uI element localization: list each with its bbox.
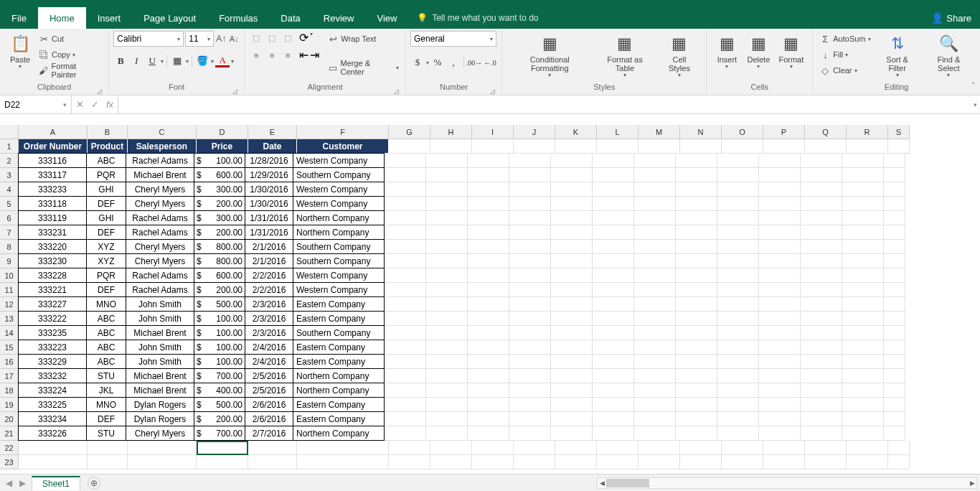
cell-C16[interactable]: John Smith [126, 354, 194, 369]
cell-E3[interactable]: 1/29/2016 [245, 167, 293, 182]
horizontal-scrollbar[interactable]: ◀ ▶ [597, 477, 977, 489]
cell-N12[interactable] [676, 297, 717, 312]
cell-B11[interactable]: DEF [86, 282, 126, 297]
cell-J19[interactable] [509, 398, 551, 412]
cell-Q19[interactable] [801, 398, 842, 412]
col-header-N[interactable]: N [680, 125, 722, 139]
cell-A2[interactable]: 333116 [18, 153, 87, 168]
row-header-9[interactable]: 9 [0, 254, 19, 268]
cell-C14[interactable]: Michael Brent [126, 325, 194, 340]
cell-P18[interactable] [759, 383, 801, 398]
cell-H14[interactable] [426, 326, 468, 340]
cell-L17[interactable] [593, 369, 634, 383]
cell-G5[interactable] [385, 197, 426, 211]
cell-A4[interactable]: 333233 [18, 182, 87, 197]
col-header-Q[interactable]: Q [805, 125, 847, 139]
cell-A10[interactable]: 333228 [18, 268, 87, 283]
cell-N5[interactable] [676, 197, 717, 211]
cell-D10[interactable]: $600.00 [194, 268, 245, 283]
cell-Q18[interactable] [801, 383, 842, 398]
cell-L11[interactable] [593, 283, 634, 297]
col-header-D[interactable]: D [197, 125, 248, 139]
cell-H7[interactable] [426, 225, 468, 240]
cell-M20[interactable] [634, 412, 676, 426]
cell-H5[interactable] [426, 197, 468, 211]
cell-K10[interactable] [551, 268, 593, 283]
cell-J22[interactable] [514, 441, 555, 455]
cell-S20[interactable] [884, 412, 905, 426]
cell-P11[interactable] [759, 283, 801, 297]
tab-insert[interactable]: Insert [86, 7, 133, 29]
cell-G12[interactable] [385, 297, 426, 312]
cell-E14[interactable]: 2/3/2016 [245, 325, 293, 340]
cell-E19[interactable]: 2/6/2016 [245, 397, 293, 412]
cell-S8[interactable] [884, 240, 905, 254]
cell-O10[interactable] [717, 268, 759, 283]
cell-C12[interactable]: John Smith [126, 296, 194, 312]
cell-D18[interactable]: $400.00 [194, 383, 245, 398]
cell-Q17[interactable] [801, 369, 842, 383]
cell-O22[interactable] [722, 441, 763, 455]
share-button[interactable]: 👤Share [931, 7, 971, 29]
cell-G2[interactable] [385, 154, 426, 168]
cell-F13[interactable]: Eastern Company [293, 311, 385, 326]
cell-Q15[interactable] [801, 340, 842, 355]
fill-color-button[interactable]: 🪣 [195, 54, 209, 68]
cell-J6[interactable] [509, 211, 551, 225]
cell-R3[interactable] [842, 168, 884, 182]
cell-C7[interactable]: Rachel Adams [126, 225, 194, 240]
cell-B21[interactable]: STU [86, 426, 126, 441]
cell-A6[interactable]: 333119 [18, 210, 87, 225]
new-sheet-button[interactable]: ⊕ [88, 477, 100, 490]
cell-H1[interactable] [430, 139, 472, 154]
cell-A13[interactable]: 333222 [18, 311, 87, 326]
cell-D11[interactable]: $200.00 [194, 282, 245, 297]
cell-R1[interactable] [847, 139, 888, 154]
cell-J17[interactable] [509, 369, 551, 383]
cell-O18[interactable] [717, 383, 759, 398]
number-format-combo[interactable]: General▾ [410, 31, 496, 47]
cell-R11[interactable] [842, 283, 884, 297]
cell-P16[interactable] [759, 355, 801, 369]
cell-B20[interactable]: DEF [86, 411, 126, 426]
next-sheet-icon[interactable]: ▶ [19, 478, 26, 488]
cell-H17[interactable] [426, 369, 468, 383]
cell-K2[interactable] [551, 154, 593, 168]
cell-K3[interactable] [551, 168, 593, 182]
cell-L2[interactable] [593, 154, 634, 168]
cell-I14[interactable] [468, 326, 509, 340]
tab-file[interactable]: File [0, 7, 38, 29]
cell-O11[interactable] [717, 283, 759, 297]
row-header-15[interactable]: 15 [0, 340, 19, 355]
col-header-M[interactable]: M [639, 125, 680, 139]
cell-M23[interactable] [639, 455, 680, 469]
cell-N22[interactable] [680, 441, 722, 455]
cell-R20[interactable] [842, 412, 884, 426]
cell-F4[interactable]: Western Company [293, 182, 385, 197]
cell-J7[interactable] [509, 225, 551, 240]
prev-sheet-icon[interactable]: ◀ [6, 478, 12, 488]
cell-R18[interactable] [842, 383, 884, 398]
cell-N21[interactable] [676, 426, 717, 441]
cell-L5[interactable] [593, 197, 634, 211]
cell-G9[interactable] [385, 254, 426, 268]
font-name-combo[interactable]: Calibri▾ [113, 31, 184, 47]
cell-N10[interactable] [676, 268, 717, 283]
cell-K19[interactable] [551, 398, 593, 412]
cell-N13[interactable] [676, 312, 717, 326]
align-left-icon[interactable]: ≡ [249, 48, 263, 62]
cell-Q3[interactable] [801, 168, 842, 182]
cell-M2[interactable] [634, 154, 676, 168]
cell-G15[interactable] [385, 340, 426, 355]
cell-P14[interactable] [759, 326, 801, 340]
table-header-cell[interactable]: Date [248, 139, 297, 154]
cell-S17[interactable] [884, 369, 905, 383]
scroll-left-icon[interactable]: ◀ [598, 478, 606, 488]
cell-M5[interactable] [634, 197, 676, 211]
copy-button[interactable]: ⿻Copy▾ [36, 47, 104, 62]
cell-B8[interactable]: XYZ [86, 239, 126, 254]
enter-icon[interactable]: ✓ [91, 99, 99, 110]
cell-R9[interactable] [842, 254, 884, 268]
delete-cells-button[interactable]: ▦Delete▾ [743, 31, 774, 72]
cell-Q16[interactable] [801, 355, 842, 369]
